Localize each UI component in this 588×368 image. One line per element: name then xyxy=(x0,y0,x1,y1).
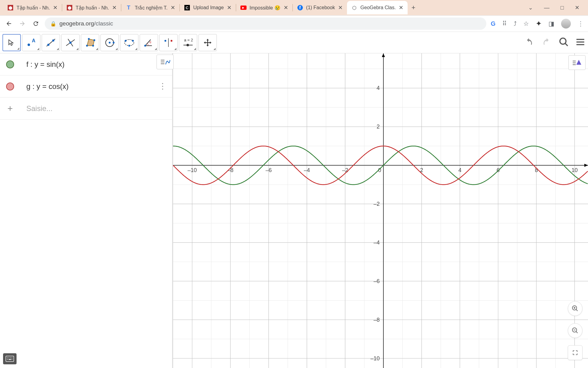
svg-point-4 xyxy=(52,39,55,41)
svg-point-9 xyxy=(86,45,88,47)
chevron-down-icon[interactable]: ⌄ xyxy=(528,4,533,11)
point-tool[interactable]: A xyxy=(22,34,40,51)
svg-text:–8: –8 xyxy=(374,317,380,323)
algebra-row-0[interactable]: f : y = sin(x) xyxy=(0,53,172,75)
svg-text:–6: –6 xyxy=(374,278,380,284)
geogebra-icon: ⬡ xyxy=(351,5,357,11)
close-icon[interactable]: ✕ xyxy=(53,4,58,11)
close-icon[interactable]: ✕ xyxy=(227,4,232,11)
perpendicular-tool[interactable] xyxy=(61,34,80,51)
undo-button[interactable] xyxy=(523,37,535,48)
svg-text:a = 2: a = 2 xyxy=(184,38,193,42)
graph-panel[interactable]: –10–8–6–4–22468100–10–8–6–4–224 xyxy=(173,32,588,368)
svg-point-0 xyxy=(28,44,30,46)
favicon-1: ⬤ xyxy=(66,5,73,11)
algebra-panel: f : y = sin(x) g : y = cos(x) ⋮ + Saisie… xyxy=(0,32,173,368)
geogebra-app: A α a = 2 f : y = sin(x) g : y = cos(x) … xyxy=(0,32,588,368)
menu-icon[interactable] xyxy=(575,37,586,48)
graph-canvas[interactable]: –10–8–6–4–22468100–10–8–6–4–224 xyxy=(173,53,588,368)
svg-text:A: A xyxy=(32,38,36,43)
translate-icon[interactable]: ⠿ xyxy=(502,20,507,27)
favicon-3: C xyxy=(184,5,190,11)
forward-button[interactable] xyxy=(18,19,27,28)
fullscreen-button[interactable] xyxy=(568,345,582,360)
svg-marker-99 xyxy=(584,164,588,167)
svg-point-28 xyxy=(560,38,566,44)
svg-text:–4: –4 xyxy=(374,240,380,246)
expression-0: f : y = sin(x) xyxy=(26,60,65,69)
svg-point-12 xyxy=(88,38,90,40)
algebra-row-1[interactable]: g : y = cos(x) ⋮ xyxy=(0,75,172,98)
row-menu-icon[interactable]: ⋮ xyxy=(159,82,166,91)
move-view-tool[interactable] xyxy=(198,34,217,51)
input-placeholder: Saisie... xyxy=(26,104,52,113)
favicon-0: ⬤ xyxy=(7,5,13,11)
svg-text:–10: –10 xyxy=(371,355,380,362)
slider-tool[interactable]: a = 2 xyxy=(179,34,197,51)
algebra-input-row[interactable]: + Saisie... xyxy=(0,98,172,120)
svg-rect-133 xyxy=(9,359,11,360)
algebra-style-button[interactable] xyxy=(156,55,174,69)
menu-icon[interactable]: ⋮ xyxy=(578,20,584,27)
reflect-tool[interactable] xyxy=(159,34,178,51)
graph-style-button[interactable] xyxy=(568,55,586,70)
angle-tool[interactable]: α xyxy=(140,34,158,51)
avatar[interactable] xyxy=(561,19,571,29)
youtube-icon: ▶ xyxy=(240,5,247,11)
close-icon[interactable]: ✕ xyxy=(338,4,343,11)
keyboard-button[interactable] xyxy=(3,353,17,364)
close-icon[interactable]: ✕ xyxy=(284,4,288,11)
visibility-toggle-red[interactable] xyxy=(6,82,14,90)
polygon-tool[interactable] xyxy=(81,34,99,51)
visibility-toggle-green[interactable] xyxy=(6,60,14,68)
tab-3[interactable]: CUpload Image✕ xyxy=(180,1,236,14)
svg-text:–6: –6 xyxy=(266,167,272,173)
close-icon[interactable]: ✕ xyxy=(171,4,175,11)
tab-4[interactable]: ▶Impossible 😢✕ xyxy=(236,1,292,14)
back-button[interactable] xyxy=(4,19,13,28)
zoom-in-button[interactable] xyxy=(568,301,582,316)
expression-1: g : y = cos(x) xyxy=(26,82,69,91)
svg-point-7 xyxy=(70,41,72,44)
reload-button[interactable] xyxy=(31,19,40,28)
circle-tool[interactable] xyxy=(100,34,119,51)
search-icon[interactable] xyxy=(559,37,569,48)
close-window-icon[interactable]: ✕ xyxy=(575,4,579,11)
star-icon[interactable]: ☆ xyxy=(523,20,529,27)
svg-text:–2: –2 xyxy=(342,167,348,173)
close-icon[interactable]: ✕ xyxy=(112,4,117,11)
line-tool[interactable] xyxy=(42,34,60,51)
toolbar: A α a = 2 xyxy=(0,32,588,53)
tab-6[interactable]: ⬡GeoGebra Clas.✕ xyxy=(347,1,408,14)
tab-title-5: (1) Facebook xyxy=(306,5,335,10)
tab-0[interactable]: ⬤Tập huấn - Nh.✕ xyxy=(3,1,62,14)
tab-2[interactable]: TTrắc nghiệm T.✕ xyxy=(121,1,179,14)
zoom-out-button[interactable] xyxy=(568,323,582,338)
svg-point-23 xyxy=(164,40,166,42)
svg-marker-100 xyxy=(382,53,385,57)
add-icon[interactable]: + xyxy=(6,105,14,113)
svg-point-27 xyxy=(187,44,189,46)
svg-point-17 xyxy=(125,40,126,42)
tab-title-4: Impossible 😢 xyxy=(250,5,281,11)
minimize-icon[interactable]: ― xyxy=(544,5,549,11)
conic-tool[interactable] xyxy=(120,34,138,51)
google-icon[interactable]: G xyxy=(491,20,496,27)
sidepanel-icon[interactable]: ◨ xyxy=(548,20,554,27)
tab-5[interactable]: f(1) Facebook✕ xyxy=(293,1,347,14)
svg-point-19 xyxy=(128,45,130,47)
new-tab-button[interactable]: + xyxy=(411,4,415,12)
tabs-row: ⬤Tập huấn - Nh.✕ ⬤Tập huấn - Nh.✕ TTrắc … xyxy=(0,0,588,15)
close-icon[interactable]: ✕ xyxy=(399,4,403,11)
redo-button[interactable] xyxy=(541,37,552,48)
lock-icon: 🔒 xyxy=(50,21,56,27)
svg-point-14 xyxy=(109,42,111,44)
extensions-icon[interactable]: ✦ xyxy=(536,19,542,28)
maximize-icon[interactable]: □ xyxy=(560,5,564,11)
tab-1[interactable]: ⬤Tập huấn - Nh.✕ xyxy=(62,1,121,14)
svg-line-124 xyxy=(576,332,578,333)
url-bar[interactable]: 🔒 geogebra.org/classic xyxy=(45,17,486,30)
share-icon[interactable]: ⤴ xyxy=(514,20,517,27)
move-tool[interactable] xyxy=(2,34,21,51)
svg-point-131 xyxy=(7,359,8,360)
